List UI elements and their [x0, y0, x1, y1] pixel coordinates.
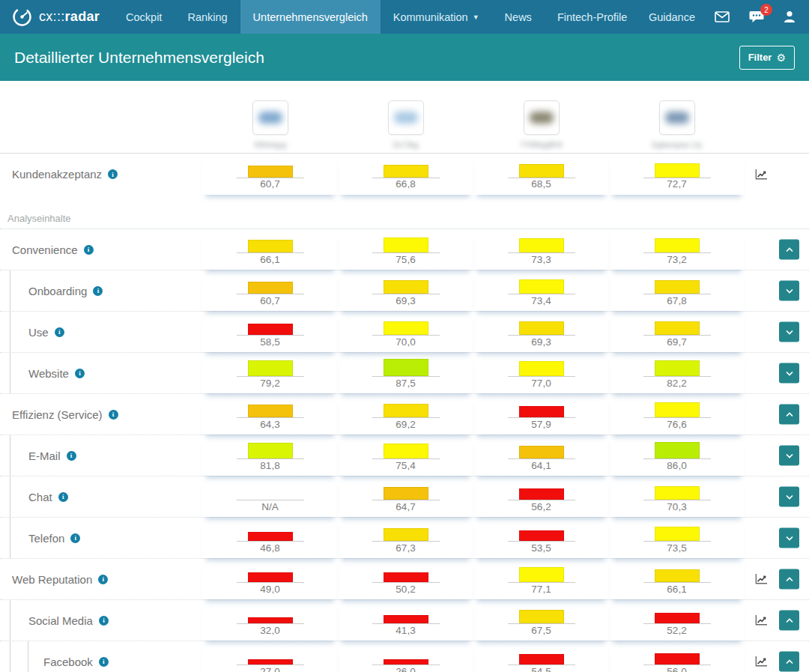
- score-bar: [519, 446, 564, 458]
- info-icon[interactable]: i: [98, 575, 108, 584]
- toggle-expand-button[interactable]: [779, 363, 799, 384]
- toggle-collapse-button[interactable]: [779, 569, 799, 590]
- line-chart-icon[interactable]: [754, 573, 768, 585]
- row-label-cell: Effizienz (Service)i: [0, 394, 202, 435]
- row-label: Chat: [28, 491, 52, 503]
- toggle-collapse-button[interactable]: [779, 652, 799, 672]
- score-value: 72,7: [609, 178, 745, 190]
- company-logo: [659, 100, 695, 135]
- score-value: 68,5: [473, 178, 609, 190]
- info-icon[interactable]: i: [67, 451, 76, 461]
- toggle-expand-button[interactable]: [779, 487, 799, 507]
- row-button-cell: [778, 154, 809, 195]
- value-cell: 67,5: [473, 600, 609, 641]
- toggle-collapse-button[interactable]: [779, 240, 799, 260]
- score-value: 46,8: [202, 542, 338, 554]
- score-value: 56,2: [473, 501, 609, 512]
- line-chart-icon[interactable]: [754, 614, 768, 626]
- info-icon[interactable]: i: [99, 616, 109, 626]
- score-value: 81,8: [202, 460, 338, 471]
- row-button-cell: [778, 353, 809, 393]
- info-icon[interactable]: i: [55, 327, 64, 337]
- row-button-cell: [778, 229, 809, 270]
- bar-baseline: [372, 252, 440, 253]
- user-icon[interactable]: [784, 10, 796, 23]
- value-cell: 56,2: [473, 476, 609, 517]
- value-cell: 66,1: [202, 229, 338, 270]
- score-bar: [384, 444, 428, 458]
- toggle-expand-button[interactable]: [779, 322, 799, 342]
- company-name-blurred: 7YtWqqBVt: [520, 140, 563, 149]
- row-icon-cell: [745, 312, 778, 352]
- info-icon[interactable]: i: [93, 286, 103, 296]
- bar-baseline: [508, 294, 575, 294]
- toggle-collapse-button[interactable]: [779, 611, 799, 631]
- score-value: 49,0: [202, 584, 338, 595]
- score-bar: [655, 163, 700, 178]
- nav-item-unternehmensvergleich[interactable]: Unternehmensvergleich: [240, 0, 381, 34]
- score-value: N/A: [202, 501, 338, 512]
- bar-baseline: [643, 500, 711, 500]
- indent-guide: [10, 476, 10, 517]
- toggle-collapse-button[interactable]: [779, 405, 799, 425]
- mail-icon[interactable]: [715, 11, 730, 22]
- score-value: 73,3: [473, 254, 609, 265]
- info-icon[interactable]: i: [108, 169, 118, 179]
- value-cell: 60,7: [202, 154, 338, 195]
- bar-baseline: [643, 294, 711, 294]
- value-cell: 82,2: [609, 353, 745, 393]
- page-title: Detaillierter Unternehmensvergleich: [14, 49, 264, 67]
- info-icon[interactable]: i: [75, 369, 85, 378]
- nav-item-news[interactable]: News: [492, 0, 545, 34]
- score-value: 60,7: [202, 178, 338, 190]
- nav-item-ranking[interactable]: Ranking: [175, 0, 240, 34]
- score-value: 75,4: [338, 460, 473, 471]
- company-logo-blurred: [665, 112, 689, 124]
- row-label: Facebook: [43, 656, 93, 668]
- radar-gauge-icon: [12, 7, 32, 27]
- info-icon[interactable]: i: [84, 245, 94, 255]
- value-cell: 79,2: [202, 353, 338, 393]
- score-value: 54,5: [473, 666, 609, 672]
- messages-icon[interactable]: 2: [749, 10, 764, 23]
- nav-item-guidance[interactable]: Guidance: [649, 11, 695, 23]
- nav-item-fintech-profile[interactable]: Fintech-Profile: [545, 0, 640, 34]
- score-value: 69,3: [473, 336, 609, 348]
- company-logo-blurred: [530, 112, 554, 124]
- score-value: 64,1: [473, 460, 609, 471]
- line-chart-icon[interactable]: [754, 656, 768, 668]
- value-cell: 73,5: [609, 518, 745, 558]
- line-chart-icon[interactable]: [754, 169, 768, 181]
- score-bar: [384, 528, 428, 541]
- row-button-cell: [778, 270, 809, 311]
- toggle-expand-button[interactable]: [779, 528, 799, 548]
- bar-baseline: [508, 417, 575, 418]
- bar-baseline: [372, 335, 440, 336]
- bar-baseline: [372, 417, 440, 418]
- score-bar: [248, 572, 293, 582]
- nav-item-cockpit[interactable]: Cockpit: [113, 0, 175, 34]
- row-button-cell: [778, 641, 809, 672]
- row-website: Websitei79,287,577,082,2: [0, 353, 809, 394]
- score-bar: [655, 402, 700, 417]
- toggle-expand-button[interactable]: [779, 446, 799, 466]
- filter-button[interactable]: Filter ⚙: [739, 46, 795, 70]
- row-label-cell: Websitei: [0, 353, 202, 393]
- info-icon[interactable]: i: [99, 657, 109, 667]
- score-value: 77,0: [473, 378, 609, 389]
- brand-logo[interactable]: cx:::radar: [0, 0, 113, 34]
- info-icon[interactable]: i: [70, 533, 80, 543]
- gear-icon: ⚙: [776, 52, 786, 64]
- nav-item-kommunikation[interactable]: Kommunikation▼: [381, 0, 492, 34]
- row-label-cell: Chati: [0, 476, 202, 517]
- bar-baseline: [372, 623, 440, 624]
- score-bar: [384, 572, 428, 582]
- value-cell: 68,5: [473, 154, 609, 195]
- toggle-expand-button[interactable]: [779, 281, 799, 301]
- info-icon[interactable]: i: [109, 410, 118, 420]
- info-icon[interactable]: i: [58, 492, 68, 502]
- row-chat: ChatiN/A64,756,270,3: [0, 476, 809, 518]
- company-header-3: 7YtWqqBVt: [473, 100, 609, 153]
- score-bar: [519, 488, 564, 500]
- score-bar: [655, 613, 700, 623]
